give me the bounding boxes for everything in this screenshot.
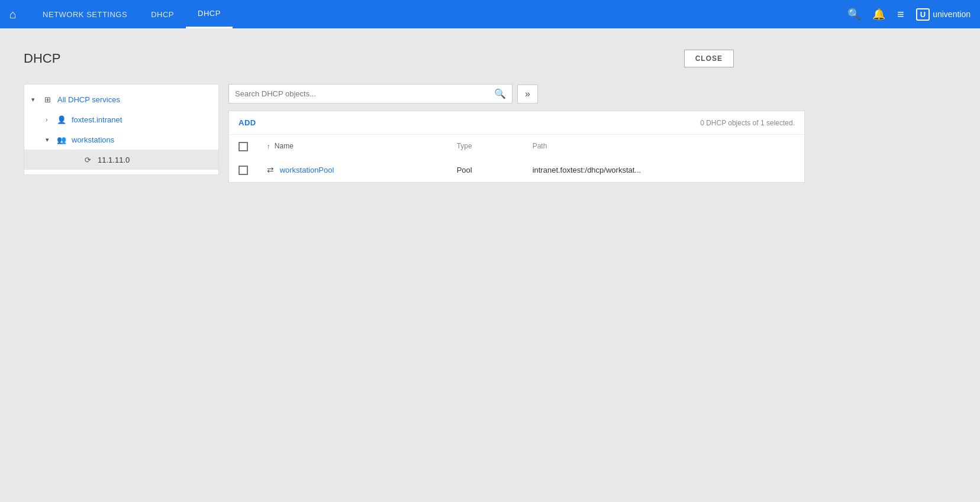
table-row: ⇄ workstationPool Pool intranet.foxtest:… <box>229 157 804 182</box>
expand-button[interactable]: » <box>517 85 538 103</box>
selection-count: 0 DHCP objects of 1 selected. <box>700 119 795 127</box>
tree-panel: ▾ ⊞ All DHCP services › 👤 foxtest.intran… <box>24 84 219 175</box>
row-name-cell: ⇄ workstationPool <box>257 157 447 182</box>
add-button[interactable]: ADD <box>238 118 256 127</box>
page-header: DHCP CLOSE <box>24 50 734 67</box>
row-type-cell: Pool <box>447 157 523 182</box>
row-type-icon: ⇄ <box>267 165 274 174</box>
col-name-header[interactable]: ↑ Name <box>257 135 447 157</box>
search-row: 🔍 » <box>228 84 805 103</box>
tree-item-foxtest[interactable]: › 👤 foxtest.intranet <box>24 109 218 129</box>
data-table: ↑ Name Type Path <box>229 135 804 182</box>
col-type-header: Type <box>447 135 523 157</box>
content-area: ▾ ⊞ All DHCP services › 👤 foxtest.intran… <box>24 84 805 183</box>
tree-item-workstations[interactable]: ▾ 👥 workstations <box>24 129 218 150</box>
topnav: ⌂ NETWORK SETTINGS DHCP DHCP 🔍 🔔 ≡ U uni… <box>0 0 980 28</box>
notification-icon[interactable]: 🔔 <box>872 8 885 21</box>
select-all-checkbox[interactable] <box>238 142 248 151</box>
tree-item-label: foxtest.intranet <box>72 115 122 124</box>
row-path-cell: intranet.foxtest:/dhcp/workstat... <box>523 157 804 182</box>
col-path-header: Path <box>523 135 804 157</box>
nav-link-dhcp-1[interactable]: DHCP <box>139 0 186 28</box>
nav-link-dhcp-2[interactable]: DHCP <box>186 0 233 28</box>
chevron-right-icon: › <box>46 116 54 123</box>
dhcp-services-icon: ⊞ <box>42 94 53 105</box>
topnav-links: NETWORK SETTINGS DHCP DHCP <box>31 0 233 28</box>
right-panel: 🔍 » ADD 0 DHCP objects of 1 selected. <box>228 84 805 183</box>
home-icon[interactable]: ⌂ <box>9 8 17 21</box>
nav-link-network-settings[interactable]: NETWORK SETTINGS <box>31 0 139 28</box>
row-checkbox[interactable] <box>238 166 248 175</box>
dhcp-range-icon: ⟳ <box>82 154 93 165</box>
col-check-header <box>229 135 257 157</box>
brand-name: univention <box>933 9 971 19</box>
tree-item-label: All DHCP services <box>57 95 120 104</box>
search-button-icon[interactable]: 🔍 <box>494 88 506 99</box>
search-box: 🔍 <box>228 84 512 103</box>
table-panel: ADD 0 DHCP objects of 1 selected. ↑ Name <box>228 111 805 183</box>
search-input[interactable] <box>235 89 494 98</box>
chevron-down-icon: ▾ <box>31 96 40 103</box>
table-toolbar: ADD 0 DHCP objects of 1 selected. <box>229 111 804 135</box>
dhcp-subnet-icon: 👥 <box>56 134 67 145</box>
menu-icon[interactable]: ≡ <box>897 8 904 21</box>
tree-item-label: 11.1.11.0 <box>98 156 130 164</box>
row-check-cell <box>229 157 257 182</box>
chevron-down-icon: ▾ <box>46 136 54 144</box>
sort-arrow-up: ↑ <box>267 142 270 150</box>
topnav-right: 🔍 🔔 ≡ U univention <box>847 8 971 21</box>
close-button[interactable]: CLOSE <box>684 50 734 67</box>
main-content: DHCP CLOSE ▾ ⊞ All DHCP services › 👤 fox… <box>0 28 829 204</box>
brand: U univention <box>916 8 971 21</box>
search-icon[interactable]: 🔍 <box>847 8 860 21</box>
row-name-link[interactable]: workstationPool <box>280 166 334 174</box>
page-title: DHCP <box>24 51 60 66</box>
dhcp-host-icon: 👤 <box>56 114 67 125</box>
tree-item-subnet[interactable]: ⟳ 11.1.11.0 <box>24 150 218 170</box>
tree-item-all-dhcp[interactable]: ▾ ⊞ All DHCP services <box>24 89 218 109</box>
brand-u-box: U <box>916 8 930 21</box>
tree-item-label: workstations <box>72 135 114 144</box>
